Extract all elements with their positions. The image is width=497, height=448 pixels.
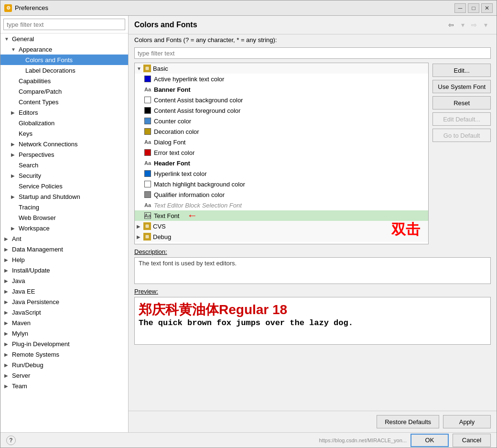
expand-icon: ▶: [4, 299, 11, 305]
sidebar-item-appearance[interactable]: ▼ Appearance ←: [0, 44, 128, 55]
sidebar-item-java[interactable]: ▶ Java: [0, 275, 128, 286]
color-item-hyperlink[interactable]: Active hyperlink text color: [135, 74, 428, 84]
search-box: ←: [0, 16, 128, 33]
color-item-content-assist-fg[interactable]: Content Assist foreground color: [135, 105, 428, 116]
sidebar-item-java-ee[interactable]: ▶ Java EE: [0, 286, 128, 296]
nav-forward-button[interactable]: ⇨: [469, 20, 479, 30]
sidebar-item-compare-patch[interactable]: Compare/Patch: [0, 86, 128, 97]
sidebar-item-web-browser[interactable]: Web Browser: [0, 212, 128, 223]
sidebar-item-remote-systems[interactable]: ▶ Remote Systems: [0, 349, 128, 360]
preview-label: Preview:: [134, 288, 491, 295]
restore-defaults-button[interactable]: Restore Defaults: [377, 415, 439, 428]
sidebar-item-content-types[interactable]: Content Types: [0, 97, 128, 107]
color-item-block-selection-font[interactable]: Aa Text Editor Block Selection Font: [135, 200, 428, 210]
search-input[interactable]: [3, 19, 125, 30]
description-area: Description: The text font is used by te…: [134, 248, 491, 284]
expand-icon: ▶: [4, 320, 11, 326]
sidebar-item-javascript[interactable]: ▶ JavaScript: [0, 307, 128, 317]
color-item-label: Hyperlink text color: [154, 170, 207, 177]
expand-icon: ▶: [4, 278, 11, 284]
use-system-font-button[interactable]: Use System Font: [432, 80, 491, 93]
color-item-match-highlight[interactable]: Match highlight background color: [135, 179, 428, 189]
color-item-text-font[interactable]: Aa Text Font ←: [135, 210, 428, 221]
group-header-debug[interactable]: ▶ ⊞ Debug: [135, 231, 428, 242]
color-item-qualifier[interactable]: Qualifier information color: [135, 189, 428, 200]
sidebar-item-startup-shutdown[interactable]: ▶ Startup and Shutdown: [0, 191, 128, 202]
sidebar-item-team[interactable]: ▶ Team: [0, 381, 128, 391]
sidebar-item-label: Remote Systems: [11, 351, 59, 358]
sidebar-item-plugin-development[interactable]: ▶ Plug-in Development: [0, 339, 128, 349]
color-item-label: Match highlight background color: [154, 181, 245, 188]
sidebar-item-run-debug[interactable]: ▶ Run/Debug: [0, 360, 128, 370]
color-item-label: Decoration color: [154, 128, 199, 135]
sidebar-item-network-connections[interactable]: ▶ Network Connections: [0, 139, 128, 149]
apply-button[interactable]: Apply: [443, 415, 491, 428]
cancel-button[interactable]: Cancel: [453, 434, 491, 447]
sidebar-item-capabilities[interactable]: Capabilities: [0, 76, 128, 86]
expand-icon: ▶: [11, 142, 18, 147]
expand-icon: ▶: [4, 383, 11, 389]
minimize-button[interactable]: ─: [454, 3, 466, 13]
colors-list-container[interactable]: ▼ ⊞ Basic Active hyperlink text color Aa…: [134, 63, 429, 244]
sidebar-item-server[interactable]: ▶ Server: [0, 370, 128, 381]
sidebar-item-label: Security: [18, 172, 41, 179]
preview-english-text: The quick brown fox jumps over the lazy …: [139, 318, 486, 328]
color-item-decoration[interactable]: Decoration color: [135, 126, 428, 137]
sidebar-item-ant[interactable]: ▶ Ant: [0, 233, 128, 244]
sidebar-item-help[interactable]: ▶ Help: [0, 254, 128, 265]
group-expand-icon: ▼: [137, 66, 143, 71]
color-swatch: [144, 97, 151, 103]
window-title: Preferences: [15, 4, 454, 11]
go-to-default-button[interactable]: Go to Default: [432, 129, 491, 142]
reset-button[interactable]: Reset: [432, 96, 491, 109]
color-item-hyperlink-text[interactable]: Hyperlink text color: [135, 168, 428, 179]
preferences-window: ⚙ Preferences ─ □ ✕ ← ▼ General ←: [0, 0, 497, 448]
help-button[interactable]: ?: [6, 436, 16, 445]
color-item-label: Dialog Font: [154, 139, 185, 146]
sidebar-item-keys[interactable]: Keys: [0, 128, 128, 139]
sidebar-item-label: Globalization: [18, 120, 54, 127]
main-content: ← ▼ General ← ▼ Appearance ← Colors and …: [0, 16, 497, 432]
group-header-basic[interactable]: ▼ ⊞ Basic: [135, 63, 428, 74]
maximize-button[interactable]: □: [468, 3, 479, 13]
sidebar-item-label-decorations[interactable]: Label Decorations: [0, 65, 128, 76]
nav-back-button[interactable]: ⇦: [446, 20, 456, 30]
sidebar-item-search[interactable]: Search: [0, 160, 128, 170]
sidebar-item-workspace[interactable]: ▶ Workspace: [0, 223, 128, 233]
sidebar-item-perspectives[interactable]: ▶ Perspectives: [0, 149, 128, 160]
color-item-banner-font[interactable]: Aa Banner Font: [135, 84, 428, 95]
right-panel: Colors and Fonts ⇦ ▾ ⇨ ▾ Colors and Font…: [129, 16, 497, 432]
footer-bar: ? https://blog.csdn.net/MIRACLE_yon... O…: [0, 432, 497, 448]
sidebar-item-tracing[interactable]: Tracing: [0, 202, 128, 212]
sidebar-item-install-update[interactable]: ▶ Install/Update: [0, 265, 128, 275]
sidebar-item-maven[interactable]: ▶ Maven: [0, 317, 128, 328]
sidebar-item-data-management[interactable]: ▶ Data Management: [0, 244, 128, 254]
expand-icon: ▶: [4, 236, 11, 241]
color-item-dialog-font[interactable]: Aa Dialog Font: [135, 137, 428, 147]
sidebar-item-mylyn[interactable]: ▶ Mylyn: [0, 328, 128, 339]
sidebar-item-editors[interactable]: ▶ Editors: [0, 107, 128, 118]
color-item-counter[interactable]: Counter color: [135, 116, 428, 126]
action-buttons: Edit... Use System Font Reset Edit Defau…: [432, 63, 491, 244]
sidebar-item-java-persistence[interactable]: ▶ Java Persistence: [0, 296, 128, 307]
color-item-error-text[interactable]: Error text color: [135, 147, 428, 158]
sidebar-item-security[interactable]: ▶ Security: [0, 170, 128, 181]
filter-row: [129, 45, 497, 61]
color-item-content-assist-bg[interactable]: Content Assist background color: [135, 95, 428, 105]
close-button[interactable]: ✕: [481, 3, 493, 13]
nav-forward-dropdown-button[interactable]: ▾: [480, 20, 491, 30]
font-icon: Aa: [144, 86, 151, 93]
color-item-header-font[interactable]: Aa Header Font: [135, 158, 428, 168]
group-header-cvs[interactable]: ▶ ⊞ CVS: [135, 221, 428, 231]
sidebar-item-globalization[interactable]: Globalization: [0, 118, 128, 128]
edit-default-button[interactable]: Edit Default...: [432, 112, 491, 126]
sidebar-item-colors-fonts[interactable]: Colors and Fonts ←: [0, 55, 128, 65]
expand-icon: ▶: [4, 289, 11, 294]
edit-button[interactable]: Edit...: [432, 64, 491, 77]
filter-input[interactable]: [134, 47, 491, 59]
color-item-label: Content Assist foreground color: [154, 107, 240, 114]
nav-dropdown-button[interactable]: ▾: [457, 20, 468, 30]
ok-button[interactable]: OK: [411, 434, 449, 447]
sidebar-item-general[interactable]: ▼ General ←: [0, 33, 128, 44]
sidebar-item-service-policies[interactable]: Service Policies: [0, 181, 128, 191]
